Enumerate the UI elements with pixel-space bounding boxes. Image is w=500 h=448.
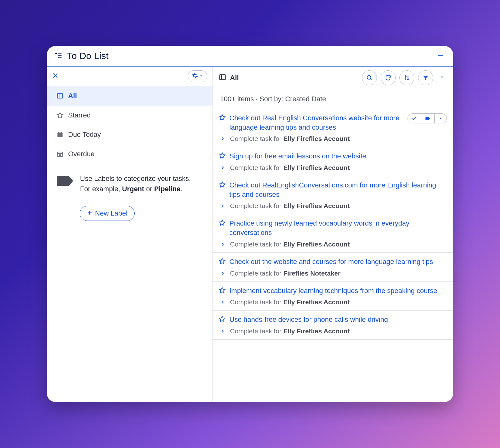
task-title-link[interactable]: Use hands-free devices for phone calls w… [229, 315, 447, 324]
view-title: All [230, 74, 358, 82]
nav-item-starred[interactable]: Starred [47, 106, 212, 125]
caret-down-icon [199, 73, 203, 79]
svg-marker-25 [219, 220, 225, 225]
body: All Starred Due Today [47, 67, 453, 402]
svg-marker-22 [219, 115, 225, 120]
filter-button[interactable] [418, 70, 433, 85]
sort-button[interactable] [399, 70, 414, 85]
minimize-button[interactable] [436, 50, 446, 62]
main-toolbar: All [212, 67, 453, 89]
task-subtitle: Complete task for Elly Fireflies Account [230, 298, 350, 306]
sidebar: All Starred Due Today [47, 67, 212, 402]
expand-chevron[interactable] [219, 242, 226, 247]
svg-line-21 [370, 79, 372, 80]
svg-rect-6 [58, 94, 63, 98]
nav-item-overdue[interactable]: Overdue [47, 144, 212, 164]
svg-point-20 [367, 76, 371, 79]
view-options-dropdown[interactable] [437, 75, 447, 81]
svg-marker-26 [219, 258, 225, 264]
calendar-icon [56, 131, 64, 138]
svg-marker-23 [219, 153, 225, 158]
nav-label: Starred [68, 111, 91, 119]
complete-button[interactable] [408, 114, 421, 123]
task-title-link[interactable]: Implement vocabulary learning techniques… [229, 286, 447, 296]
panel-icon [56, 92, 64, 99]
task-title-link[interactable]: Sign up for free email lessons on the we… [229, 152, 447, 161]
app-window: To Do List [47, 46, 453, 402]
nav-label: All [68, 92, 77, 100]
expand-chevron[interactable] [219, 136, 226, 141]
star-button[interactable] [219, 152, 226, 160]
refresh-button[interactable] [381, 70, 396, 85]
title-bar: To Do List [47, 46, 453, 67]
svg-marker-8 [57, 112, 63, 118]
tag-button[interactable] [421, 114, 435, 123]
plus-icon [87, 209, 92, 217]
main-panel: All 100+ items · Sort by: Created Date [212, 67, 453, 402]
list-meta: 100+ items · Sort by: Created Date [212, 89, 453, 109]
new-label-button[interactable]: New Label [80, 206, 135, 221]
app-title: To Do List [67, 51, 431, 61]
task-item: Implement vocabulary learning techniques… [212, 282, 453, 311]
expand-chevron[interactable] [219, 329, 226, 334]
task-subtitle: Complete task for Fireflies Notetaker [230, 270, 341, 277]
task-item: Practice using newly learned vocabulary … [212, 214, 453, 252]
svg-marker-24 [219, 182, 225, 187]
task-title-link[interactable]: Practice using newly learned vocabulary … [229, 219, 447, 237]
star-button[interactable] [219, 287, 226, 295]
star-button[interactable] [219, 114, 226, 122]
task-subtitle: Complete task for Elly Fireflies Account [230, 135, 350, 142]
svg-rect-10 [58, 133, 63, 134]
svg-marker-27 [219, 287, 225, 292]
nav-item-all[interactable]: All [47, 86, 212, 106]
labels-hint: Use Labels to categorize your tasks. For… [47, 164, 212, 203]
panel-icon [219, 73, 226, 82]
sidebar-toolbar [47, 67, 212, 86]
calendar-overdue-icon [56, 151, 64, 157]
tag-icon [56, 175, 74, 194]
task-item: Use hands-free devices for phone calls w… [212, 311, 453, 340]
new-label-text: New Label [95, 209, 128, 217]
expand-chevron[interactable] [219, 203, 226, 208]
star-button[interactable] [219, 258, 226, 266]
task-quick-actions [408, 113, 447, 123]
close-sidebar-button[interactable] [52, 72, 59, 81]
expand-chevron[interactable] [219, 271, 226, 276]
task-item: Check out the website and courses for mo… [212, 253, 453, 282]
sidebar-nav: All Starred Due Today [47, 86, 212, 164]
task-subtitle: Complete task for Elly Fireflies Account [230, 241, 350, 248]
search-button[interactable] [362, 70, 377, 85]
nav-label: Due Today [68, 131, 101, 139]
task-title-link[interactable]: Check out the website and courses for mo… [229, 257, 447, 266]
star-button[interactable] [219, 219, 226, 227]
task-title-link[interactable]: Check out RealEnglishConversations.com f… [229, 181, 447, 199]
svg-point-15 [59, 154, 61, 156]
task-item: Sign up for free email lessons on the we… [212, 147, 453, 176]
checklist-icon [54, 51, 62, 61]
svg-rect-18 [220, 75, 225, 80]
labels-hint-text: Use Labels to categorize your tasks. For… [80, 173, 203, 194]
expand-chevron[interactable] [219, 165, 226, 170]
nav-label: Overdue [68, 150, 94, 158]
more-dropdown[interactable] [435, 114, 447, 123]
gear-icon [192, 72, 198, 80]
settings-dropdown[interactable] [188, 70, 207, 82]
star-button[interactable] [219, 316, 226, 324]
svg-marker-28 [219, 316, 225, 321]
expand-chevron[interactable] [219, 300, 226, 305]
task-item: Check out RealEnglishConversations.com f… [212, 176, 453, 214]
nav-item-due-today[interactable]: Due Today [47, 125, 212, 144]
task-subtitle: Complete task for Elly Fireflies Account [230, 202, 350, 210]
task-subtitle: Complete task for Elly Fireflies Account [230, 327, 350, 335]
star-button[interactable] [219, 181, 226, 189]
star-icon [56, 112, 64, 119]
task-item: Check out Real English Conversations web… [212, 109, 453, 147]
task-list[interactable]: Check out Real English Conversations web… [212, 109, 453, 402]
task-title-link[interactable]: Check out Real English Conversations web… [229, 113, 404, 132]
task-subtitle: Complete task for Elly Fireflies Account [230, 164, 350, 172]
